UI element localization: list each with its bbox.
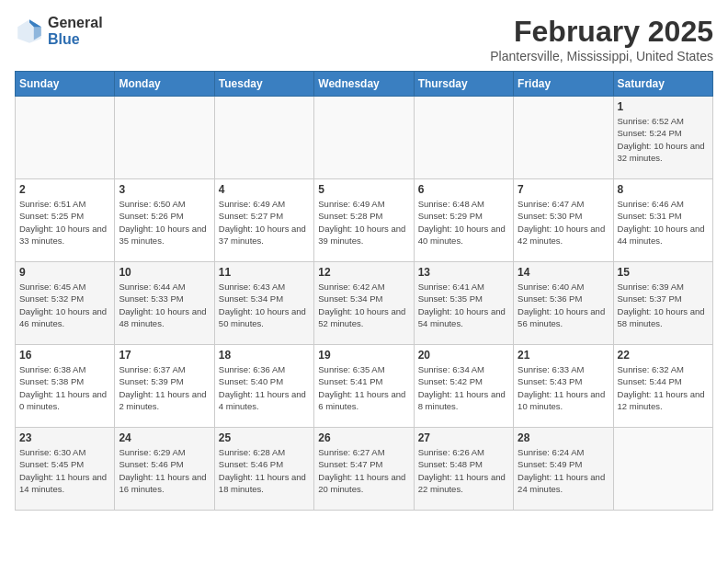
day-number: 17 xyxy=(119,349,210,362)
day-info: Sunrise: 6:47 AM Sunset: 5:30 PM Dayligh… xyxy=(518,198,609,247)
calendar-cell xyxy=(314,97,414,179)
calendar-cell xyxy=(514,97,613,179)
calendar-cell xyxy=(16,97,115,179)
calendar-cell: 14Sunrise: 6:40 AM Sunset: 5:36 PM Dayli… xyxy=(514,262,613,345)
day-info: Sunrise: 6:30 AM Sunset: 5:45 PM Dayligh… xyxy=(19,446,110,495)
day-number: 14 xyxy=(518,266,609,279)
day-number: 28 xyxy=(518,431,609,444)
calendar-week-row: 2Sunrise: 6:51 AM Sunset: 5:25 PM Daylig… xyxy=(16,179,713,262)
logo-icon xyxy=(15,17,44,46)
calendar-cell xyxy=(414,97,513,179)
calendar-cell xyxy=(613,428,712,511)
day-number: 24 xyxy=(119,431,210,444)
day-info: Sunrise: 6:32 AM Sunset: 5:44 PM Dayligh… xyxy=(618,363,709,412)
logo-general-text: General xyxy=(48,15,103,31)
day-number: 26 xyxy=(318,431,409,444)
calendar-cell: 15Sunrise: 6:39 AM Sunset: 5:37 PM Dayli… xyxy=(613,262,712,345)
day-info: Sunrise: 6:45 AM Sunset: 5:32 PM Dayligh… xyxy=(19,281,110,329)
calendar-cell: 4Sunrise: 6:49 AM Sunset: 5:27 PM Daylig… xyxy=(214,179,313,262)
calendar-cell: 25Sunrise: 6:28 AM Sunset: 5:46 PM Dayli… xyxy=(214,428,313,511)
day-number: 12 xyxy=(318,266,409,279)
day-info: Sunrise: 6:24 AM Sunset: 5:49 PM Dayligh… xyxy=(518,446,609,495)
calendar-cell: 9Sunrise: 6:45 AM Sunset: 5:32 PM Daylig… xyxy=(16,262,115,345)
day-number: 9 xyxy=(19,266,110,279)
day-number: 27 xyxy=(418,431,509,444)
day-number: 4 xyxy=(219,183,310,196)
weekday-header-thursday: Thursday xyxy=(414,72,513,97)
day-info: Sunrise: 6:28 AM Sunset: 5:46 PM Dayligh… xyxy=(219,446,310,495)
calendar-cell: 21Sunrise: 6:33 AM Sunset: 5:43 PM Dayli… xyxy=(514,345,613,428)
calendar-cell: 27Sunrise: 6:26 AM Sunset: 5:48 PM Dayli… xyxy=(414,428,513,511)
calendar-cell: 17Sunrise: 6:37 AM Sunset: 5:39 PM Dayli… xyxy=(115,345,214,428)
day-number: 18 xyxy=(219,349,310,362)
day-info: Sunrise: 6:48 AM Sunset: 5:29 PM Dayligh… xyxy=(418,198,509,247)
day-info: Sunrise: 6:35 AM Sunset: 5:41 PM Dayligh… xyxy=(318,363,409,412)
day-info: Sunrise: 6:39 AM Sunset: 5:37 PM Dayligh… xyxy=(618,281,709,329)
calendar-cell: 26Sunrise: 6:27 AM Sunset: 5:47 PM Dayli… xyxy=(314,428,414,511)
day-number: 11 xyxy=(219,266,310,279)
day-number: 21 xyxy=(518,349,609,362)
day-number: 16 xyxy=(19,349,110,362)
calendar-week-row: 16Sunrise: 6:38 AM Sunset: 5:38 PM Dayli… xyxy=(16,345,713,428)
calendar-week-row: 9Sunrise: 6:45 AM Sunset: 5:32 PM Daylig… xyxy=(16,262,713,345)
day-info: Sunrise: 6:34 AM Sunset: 5:42 PM Dayligh… xyxy=(418,363,509,412)
calendar-cell: 6Sunrise: 6:48 AM Sunset: 5:29 PM Daylig… xyxy=(414,179,513,262)
weekday-header-row: SundayMondayTuesdayWednesdayThursdayFrid… xyxy=(16,72,713,97)
calendar-cell: 20Sunrise: 6:34 AM Sunset: 5:42 PM Dayli… xyxy=(414,345,513,428)
day-info: Sunrise: 6:27 AM Sunset: 5:47 PM Dayligh… xyxy=(318,446,409,495)
day-info: Sunrise: 6:29 AM Sunset: 5:46 PM Dayligh… xyxy=(119,446,210,495)
day-info: Sunrise: 6:38 AM Sunset: 5:38 PM Dayligh… xyxy=(19,363,110,412)
day-number: 15 xyxy=(618,266,709,279)
calendar-header: SundayMondayTuesdayWednesdayThursdayFrid… xyxy=(16,72,713,97)
calendar-cell: 23Sunrise: 6:30 AM Sunset: 5:45 PM Dayli… xyxy=(16,428,115,511)
calendar-cell: 22Sunrise: 6:32 AM Sunset: 5:44 PM Dayli… xyxy=(613,345,712,428)
calendar-cell: 18Sunrise: 6:36 AM Sunset: 5:40 PM Dayli… xyxy=(214,345,313,428)
day-info: Sunrise: 6:41 AM Sunset: 5:35 PM Dayligh… xyxy=(418,281,509,329)
day-number: 8 xyxy=(618,183,709,196)
day-info: Sunrise: 6:36 AM Sunset: 5:40 PM Dayligh… xyxy=(219,363,310,412)
day-number: 20 xyxy=(418,349,509,362)
title-area: February 2025 Plantersville, Mississippi… xyxy=(490,15,713,63)
day-info: Sunrise: 6:40 AM Sunset: 5:36 PM Dayligh… xyxy=(518,281,609,329)
day-info: Sunrise: 6:44 AM Sunset: 5:33 PM Dayligh… xyxy=(119,281,210,329)
calendar-cell: 28Sunrise: 6:24 AM Sunset: 5:49 PM Dayli… xyxy=(514,428,613,511)
day-number: 25 xyxy=(219,431,310,444)
day-number: 13 xyxy=(418,266,509,279)
day-number: 7 xyxy=(518,183,609,196)
weekday-header-wednesday: Wednesday xyxy=(314,72,414,97)
calendar-body: 1Sunrise: 6:52 AM Sunset: 5:24 PM Daylig… xyxy=(16,97,713,511)
calendar-cell: 24Sunrise: 6:29 AM Sunset: 5:46 PM Dayli… xyxy=(115,428,214,511)
day-number: 5 xyxy=(318,183,409,196)
calendar-cell: 5Sunrise: 6:49 AM Sunset: 5:28 PM Daylig… xyxy=(314,179,414,262)
page-subtitle: Plantersville, Mississippi, United State… xyxy=(490,49,713,63)
day-info: Sunrise: 6:37 AM Sunset: 5:39 PM Dayligh… xyxy=(119,363,210,412)
day-info: Sunrise: 6:49 AM Sunset: 5:27 PM Dayligh… xyxy=(219,198,310,247)
calendar-cell: 7Sunrise: 6:47 AM Sunset: 5:30 PM Daylig… xyxy=(514,179,613,262)
day-info: Sunrise: 6:42 AM Sunset: 5:34 PM Dayligh… xyxy=(318,281,409,329)
logo: General Blue xyxy=(15,15,103,47)
calendar-cell: 1Sunrise: 6:52 AM Sunset: 5:24 PM Daylig… xyxy=(613,97,712,179)
day-number: 1 xyxy=(618,100,709,113)
calendar-cell: 11Sunrise: 6:43 AM Sunset: 5:34 PM Dayli… xyxy=(214,262,313,345)
calendar-cell: 3Sunrise: 6:50 AM Sunset: 5:26 PM Daylig… xyxy=(115,179,214,262)
weekday-header-sunday: Sunday xyxy=(16,72,115,97)
day-info: Sunrise: 6:26 AM Sunset: 5:48 PM Dayligh… xyxy=(418,446,509,495)
day-number: 10 xyxy=(119,266,210,279)
calendar-cell: 13Sunrise: 6:41 AM Sunset: 5:35 PM Dayli… xyxy=(414,262,513,345)
weekday-header-friday: Friday xyxy=(514,72,613,97)
day-number: 19 xyxy=(318,349,409,362)
day-info: Sunrise: 6:52 AM Sunset: 5:24 PM Dayligh… xyxy=(618,115,709,164)
calendar-week-row: 1Sunrise: 6:52 AM Sunset: 5:24 PM Daylig… xyxy=(16,97,713,179)
calendar-cell: 10Sunrise: 6:44 AM Sunset: 5:33 PM Dayli… xyxy=(115,262,214,345)
day-info: Sunrise: 6:43 AM Sunset: 5:34 PM Dayligh… xyxy=(219,281,310,329)
calendar-cell: 12Sunrise: 6:42 AM Sunset: 5:34 PM Dayli… xyxy=(314,262,414,345)
calendar-cell: 2Sunrise: 6:51 AM Sunset: 5:25 PM Daylig… xyxy=(16,179,115,262)
logo-blue-text: Blue xyxy=(48,31,103,48)
calendar-cell: 16Sunrise: 6:38 AM Sunset: 5:38 PM Dayli… xyxy=(16,345,115,428)
day-info: Sunrise: 6:50 AM Sunset: 5:26 PM Dayligh… xyxy=(119,198,210,247)
day-info: Sunrise: 6:46 AM Sunset: 5:31 PM Dayligh… xyxy=(618,198,709,247)
day-number: 3 xyxy=(119,183,210,196)
day-number: 2 xyxy=(19,183,110,196)
day-number: 23 xyxy=(19,431,110,444)
weekday-header-saturday: Saturday xyxy=(613,72,712,97)
